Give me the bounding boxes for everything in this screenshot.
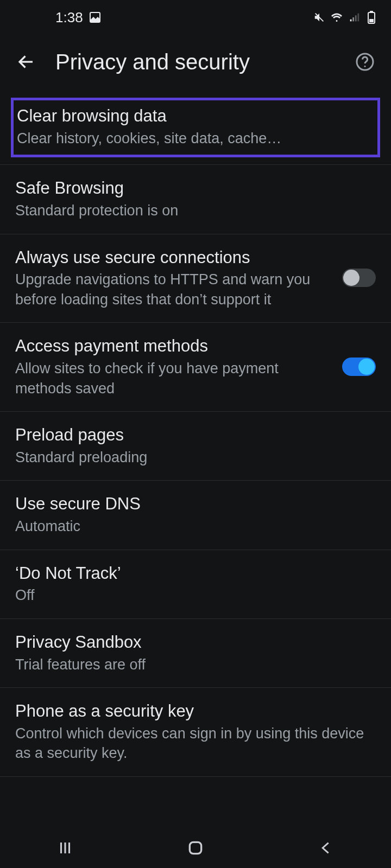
item-text: Preload pages Standard preloading: [15, 424, 376, 467]
toggle-payment-methods[interactable]: [342, 358, 376, 376]
svg-rect-15: [190, 842, 201, 853]
app-bar: Privacy and security: [0, 35, 391, 89]
system-nav-bar: [0, 828, 391, 868]
toggle-secure-connections[interactable]: [342, 269, 376, 287]
status-time: 1:38: [55, 9, 83, 26]
item-subtitle: Standard protection is on: [15, 201, 376, 220]
svg-rect-2: [350, 20, 352, 22]
svg-rect-3: [352, 17, 354, 21]
image-icon: [89, 11, 102, 24]
item-phone-security-key[interactable]: Phone as a security key Control which de…: [0, 688, 391, 777]
item-subtitle: Allow sites to check if you have payment…: [15, 359, 331, 398]
item-subtitle: Automatic: [15, 516, 376, 536]
item-text: Safe Browsing Standard protection is on: [15, 177, 376, 220]
item-title: Preload pages: [15, 424, 376, 446]
item-title: ‘Do Not Track’: [15, 562, 376, 585]
item-always-secure-connections[interactable]: Always use secure connections Upgrade na…: [0, 234, 391, 323]
item-subtitle: Standard preloading: [15, 448, 376, 467]
item-preload-pages[interactable]: Preload pages Standard preloading: [0, 412, 391, 481]
mute-icon: [313, 11, 326, 24]
nav-recents-button[interactable]: [49, 837, 81, 859]
toggle-knob: [343, 270, 360, 286]
item-text: Use secure DNS Automatic: [15, 493, 376, 536]
item-subtitle: Clear history, cookies, site data, cache…: [17, 129, 374, 148]
help-button[interactable]: [354, 51, 376, 73]
item-title: Privacy Sandbox: [15, 631, 376, 654]
status-left: 1:38: [13, 9, 102, 26]
divider: [0, 157, 391, 165]
status-right: [313, 11, 378, 24]
item-title: Access payment methods: [15, 335, 331, 358]
nav-home-button[interactable]: [179, 837, 212, 859]
item-subtitle: Trial features are off: [15, 655, 376, 674]
item-subtitle: Control which devices can sign in by usi…: [15, 724, 376, 763]
battery-icon: [365, 11, 378, 24]
item-access-payment-methods[interactable]: Access payment methods Allow sites to ch…: [0, 323, 391, 412]
highlight-box: Clear browsing data Clear history, cooki…: [11, 98, 380, 157]
item-subtitle: Upgrade navigations to HTTPS and warn yo…: [15, 270, 331, 309]
item-title: Clear browsing data: [17, 105, 374, 127]
page-title: Privacy and security: [55, 50, 336, 74]
settings-list: Clear browsing data Clear history, cooki…: [0, 89, 391, 777]
item-text: Access payment methods Allow sites to ch…: [15, 335, 331, 398]
item-text: Privacy Sandbox Trial features are off: [15, 631, 376, 674]
svg-rect-7: [370, 11, 373, 12]
item-text: Clear browsing data Clear history, cooki…: [17, 105, 374, 148]
back-button[interactable]: [15, 51, 37, 73]
item-clear-browsing-data[interactable]: Clear browsing data Clear history, cooki…: [14, 100, 377, 155]
item-title: Safe Browsing: [15, 177, 376, 200]
item-text: ‘Do Not Track’ Off: [15, 562, 376, 605]
svg-rect-5: [357, 14, 359, 22]
svg-point-11: [364, 66, 366, 67]
wifi-icon: [330, 11, 343, 24]
item-do-not-track[interactable]: ‘Do Not Track’ Off: [0, 550, 391, 619]
signal-icon: [348, 11, 361, 24]
item-privacy-sandbox[interactable]: Privacy Sandbox Trial features are off: [0, 619, 391, 688]
svg-rect-4: [355, 15, 357, 21]
item-title: Phone as a security key: [15, 700, 376, 723]
toggle-knob: [358, 359, 375, 375]
svg-rect-8: [369, 19, 374, 22]
status-bar: 1:38: [0, 0, 391, 35]
item-text: Phone as a security key Control which de…: [15, 700, 376, 763]
item-use-secure-dns[interactable]: Use secure DNS Automatic: [0, 481, 391, 550]
item-subtitle: Off: [15, 585, 376, 605]
item-text: Always use secure connections Upgrade na…: [15, 246, 331, 310]
item-title: Always use secure connections: [15, 246, 331, 269]
item-safe-browsing[interactable]: Safe Browsing Standard protection is on: [0, 165, 391, 234]
nav-back-button[interactable]: [310, 837, 342, 859]
item-title: Use secure DNS: [15, 493, 376, 515]
